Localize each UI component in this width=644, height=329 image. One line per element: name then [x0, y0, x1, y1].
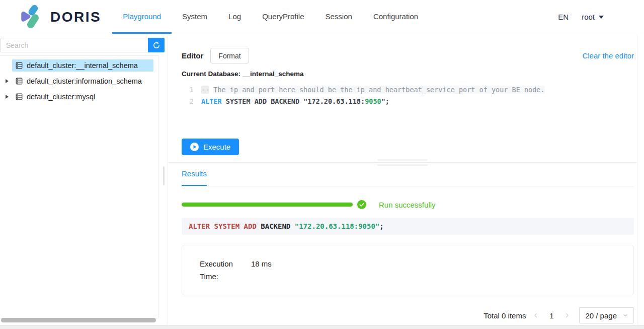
page-body: default_cluster:__internal_schema defaul…: [0, 34, 644, 325]
tree-item-label: default_cluster:mysql: [27, 93, 95, 101]
sql-tail: ";: [381, 97, 389, 105]
echo-semicolon: ;: [379, 222, 383, 230]
next-page-button[interactable]: [562, 311, 572, 319]
comment-marker: --: [201, 86, 209, 94]
nav-item-configuration[interactable]: Configuration: [363, 0, 429, 34]
brand-name: DORIS: [50, 9, 101, 25]
refresh-button[interactable]: [148, 38, 165, 52]
nav-item-playground[interactable]: Playground: [112, 0, 172, 34]
tree-item-label: default_cluster:__internal_schema: [27, 61, 138, 70]
sql-port: 9050: [365, 97, 381, 105]
refresh-icon: [152, 41, 160, 49]
tree-item-information-schema[interactable]: default_cluster:information_schema: [0, 73, 158, 89]
progress-bar: [182, 203, 353, 207]
current-database: Current Database:__internal_schema: [182, 70, 634, 78]
execution-time-box: Execution Time: 18 ms: [182, 245, 634, 295]
page-size-value: 20 / page: [585, 311, 617, 320]
echo-object: BACKEND: [261, 222, 294, 230]
sidebar: default_cluster:__internal_schema defaul…: [0, 34, 168, 325]
pagination-total: Total 0 items: [484, 311, 526, 320]
chevron-down-icon: [599, 16, 604, 19]
nav-item-queryprofile[interactable]: QueryProfile: [252, 0, 314, 34]
clear-editor-link[interactable]: Clear the editor: [582, 51, 634, 60]
editor-line: 2ALTER SYSTEM ADD BACKEND "172.20.63.118…: [182, 96, 634, 107]
horizontal-scrollbar[interactable]: [1, 318, 156, 322]
expand-caret-icon[interactable]: [2, 79, 12, 83]
nav-item-log[interactable]: Log: [218, 0, 252, 34]
current-database-value: __internal_schema: [243, 70, 304, 78]
nav-item-system[interactable]: System: [172, 0, 218, 34]
doris-logo-icon: [18, 5, 44, 30]
top-navbar: DORIS Playground System Log QueryProfile…: [0, 0, 644, 34]
main-nav: Playground System Log QueryProfile Sessi…: [112, 0, 429, 34]
play-icon: [190, 143, 199, 151]
line-number: 2: [182, 96, 194, 107]
database-icon: [16, 78, 23, 85]
expand-caret-icon[interactable]: [2, 95, 12, 99]
execution-time-value: 18 ms: [251, 257, 272, 295]
execute-button[interactable]: Execute: [182, 139, 239, 155]
tree-item-label: default_cluster:information_schema: [27, 77, 142, 85]
search-input[interactable]: [1, 38, 148, 52]
panel-resizer-handle[interactable]: [163, 166, 165, 185]
format-button[interactable]: Format: [210, 48, 249, 63]
database-icon: [16, 93, 23, 100]
sql-keyword: ALTER: [201, 97, 222, 105]
sql-body: SYSTEM ADD BACKEND "172.20.63.118:: [222, 97, 365, 105]
editor-header: Editor Format Clear the editor: [182, 48, 634, 63]
main-panel: Editor Format Clear the editor Current D…: [168, 34, 637, 325]
bottom-strip: [0, 325, 644, 329]
echo-string: "172.20.63.118:9050": [295, 222, 380, 230]
chevron-right-icon: [564, 312, 570, 318]
sql-editor[interactable]: 1--The ip and port here should be the ip…: [182, 84, 634, 136]
prev-page-button[interactable]: [531, 311, 541, 319]
current-page[interactable]: 1: [546, 311, 557, 320]
results-tabs: Results: [182, 163, 634, 186]
editor-title: Editor: [182, 51, 203, 60]
echo-keyword: ALTER SYSTEM ADD: [189, 222, 261, 230]
execute-label: Execute: [203, 143, 230, 151]
editor-line: 1--The ip and port here should be the ip…: [182, 84, 634, 96]
user-menu[interactable]: root: [582, 13, 604, 21]
page-size-select[interactable]: 20 / page: [579, 307, 634, 323]
current-database-label: Current Database:: [182, 70, 240, 78]
tree-item-internal-schema[interactable]: default_cluster:__internal_schema: [0, 57, 158, 73]
check-circle-icon: [357, 200, 366, 209]
nav-item-session[interactable]: Session: [315, 0, 363, 34]
user-name: root: [582, 13, 595, 21]
tree-item-mysql[interactable]: default_cluster:mysql: [0, 89, 158, 104]
executed-sql: ALTER SYSTEM ADD BACKEND "172.20.63.118:…: [182, 218, 634, 235]
database-tree: default_cluster:__internal_schema defaul…: [0, 55, 158, 318]
comment-text: The ip and port here should be the ip an…: [213, 86, 544, 94]
tab-results[interactable]: Results: [182, 169, 207, 186]
status-message: Run successfully: [379, 201, 436, 209]
search-row: [1, 38, 165, 52]
execution-time-label: Execution Time:: [200, 257, 251, 295]
navbar-right: EN root: [558, 0, 644, 34]
line-number: 1: [182, 84, 194, 96]
brand: DORIS: [18, 0, 101, 34]
chevron-down-icon: [623, 313, 628, 318]
chevron-left-icon: [533, 312, 539, 318]
language-switcher[interactable]: EN: [558, 13, 569, 21]
database-icon: [16, 62, 23, 69]
run-status-row: Run successfully: [182, 200, 634, 209]
results-resizer[interactable]: [168, 162, 637, 163]
progress-fill: [182, 203, 353, 207]
pagination: Total 0 items 1 20 / page: [182, 307, 634, 323]
